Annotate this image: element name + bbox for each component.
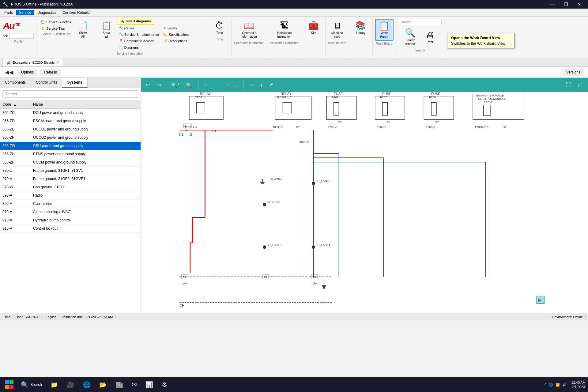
service-maintenance-btn[interactable]: 🔨 Service & maintenance [117,32,161,37]
table-row[interactable]: 915-AControl lockout [0,224,141,233]
descriptions-icon: 📝 [163,39,168,43]
table-row[interactable]: 370-VFrame ground, 31GF2, 31GVE1 [0,175,141,183]
machine-type: Excavators [13,61,31,64]
taskbar-email[interactable]: ✉ [128,379,141,391]
specifications-btn[interactable]: 📐 Specifications [161,32,205,37]
taskbar-prosis[interactable]: ⚙ [158,379,171,391]
kits-btn[interactable]: 🧰 Kits [304,19,323,36]
tray-arrow[interactable]: ^ [545,383,546,386]
show-all2-btn[interactable]: 📋 Showall [97,19,116,40]
show-all-btn[interactable]: 📄 ShowAll [74,19,92,40]
smart-diagrams-btn[interactable]: 🔌 Smart diagrams [117,18,154,24]
library-btn[interactable]: 📚 Library [352,19,370,36]
taskbar-store[interactable]: 🏬 [112,379,127,391]
search-input[interactable] [2,90,138,98]
undo-btn[interactable]: ↩ [143,80,153,89]
maximize-button[interactable]: ❐ [560,0,572,9]
table-row[interactable]: 370-WCab ground, 31GC1 [0,183,141,191]
start-button[interactable] [2,379,16,391]
table-row[interactable]: 850-ACab interior [0,200,141,208]
expand-btn[interactable]: ⤢ [266,80,276,89]
installation-icon: 🏗 [280,21,288,31]
table-row[interactable]: 870-AAir conditioning (HVAC) [0,208,141,216]
taskbar-app1[interactable]: 📊 [142,379,157,391]
tray-wifi: 📶 [556,383,560,387]
table-row[interactable]: 366-ZGCSU power and ground supply [0,142,141,150]
svg-rect-92 [5,385,9,389]
zoom-in-btn[interactable]: 🔍+ [169,80,182,89]
menu-diagnostics[interactable]: Diagnostics [34,10,59,15]
descriptions-btn[interactable]: 📝 Descriptions [161,38,205,44]
time-icon: ⏱ [215,21,224,31]
zoom-out-btn[interactable]: 🔍- [183,80,196,89]
repair-btn[interactable]: 🔧 Repair [117,25,161,31]
table-row[interactable]: 370-UFrame ground, 31GF1, 31GV1 [0,167,141,175]
machine-tab[interactable]: 🚜 Excavators EC230 Electric ✕ [2,59,63,66]
pan-up-btn[interactable]: ↑ [224,81,232,89]
search-window-btn[interactable]: 🔍 Searchwindow [401,26,420,47]
safety-btn[interactable]: ⚠ Safety [161,25,205,31]
taskbar-search[interactable]: 🔍 Search [17,379,46,391]
svg-rect-90 [5,380,9,384]
tab-control-units[interactable]: Control Units [31,78,62,88]
taskbar-folder[interactable]: 📂 [96,379,111,391]
service-bulletins-btn[interactable]: 📋 Service Bulletins [39,19,73,25]
svg-text:A: A [3,21,10,31]
tab-systems[interactable]: Systems [62,78,87,88]
svg-text:SP_HV114: SP_HV114 [315,243,330,247]
table-row[interactable]: 366-ZCDCU power and ground supply [0,109,141,117]
table-row[interactable]: 366-ZDESCM power and ground supply [0,117,141,125]
redo-btn[interactable]: ↪ [154,80,164,89]
pan-left-btn[interactable]: ← [201,81,211,89]
tab-components[interactable]: Components [0,78,31,88]
table-row[interactable]: 366-ZFOCCU2 power and ground supply [0,134,141,142]
minimize-button[interactable]: — [546,0,559,9]
taskbar: 🔍 Search 📁 🎥 🌐 📂 🏬 ✉ 📊 ⚙ ^ 🌐 📶 🔊 12:40 A… [0,377,588,392]
menu-parts[interactable]: Parts [1,10,16,15]
table-row[interactable]: 366-ZEOCCU1 power and ground supply [0,125,141,134]
sn-input[interactable] [9,33,34,39]
options-btn[interactable]: Options [17,69,38,76]
machine-card-btn[interactable]: 🖥 Machinecard [328,19,346,40]
service-bulletins-label: Service Bulletins/Tips [41,32,70,36]
close-button[interactable]: ✕ [573,0,586,9]
work-board-btn[interactable]: 📋 WorkBoard [375,19,394,41]
taskbar-edge[interactable]: 🌐 [79,379,94,391]
pan-right-btn[interactable]: → [213,81,223,89]
pan-down-btn[interactable]: ↓ [233,81,241,89]
svg-rect-9 [275,96,311,119]
diagrams-icon: 📊 [119,45,123,49]
diagram-print-btn[interactable]: 🖨 [575,81,586,89]
systems-table-scroll[interactable]: Code ▲ Name 366-ZCDCU power and ground s… [0,100,141,313]
col-code[interactable]: Code ▲ [0,100,31,109]
print-btn[interactable]: 🖨 Print [421,26,439,47]
back-btn[interactable]: ◀◀ [4,68,15,77]
tray-volume[interactable]: 🔊 [562,383,567,387]
fullscreen-btn[interactable]: ⛶ [564,81,574,89]
col-name[interactable]: Name [31,100,141,109]
taskbar-file-manager[interactable]: 📁 [47,379,62,391]
fit-width-btn[interactable]: ↔ [246,81,256,89]
service-tips-btn[interactable]: 💡 Service Tips [39,25,73,31]
cell-name: Control lockout [31,224,141,233]
fit-height-btn[interactable]: ↕ [258,81,265,89]
time-btn[interactable]: ⏱ Time [210,19,229,36]
component-location-btn[interactable]: 📍 Component location [117,38,161,44]
toolbar-search-input[interactable] [399,19,442,25]
cell-name: Cab interior [31,200,141,208]
installation-btn[interactable]: 🏗 InstallationInstruction [274,19,295,40]
table-row[interactable]: 913-AHydraulic pump control [0,216,141,224]
table-row[interactable]: 366-ZHBTMS power and ground supply [0,150,141,158]
tray-network[interactable]: 🌐 [549,383,553,387]
table-row[interactable]: 393-ARadio [0,191,141,200]
versions-btn[interactable]: Versions [562,69,584,76]
menu-certified-rebuild[interactable]: Certified Rebuild [59,10,93,15]
refresh-btn[interactable]: Refresh [40,69,61,76]
table-row[interactable]: 366-ZICCCM power and ground supply [0,158,141,167]
taskbar-clock[interactable]: 12:40 AM 2/1/2023 [571,380,586,389]
tab-close-btn[interactable]: ✕ [56,60,59,65]
taskbar-camera[interactable]: 🎥 [63,379,78,391]
operators-info-btn[interactable]: 📖 Operator'sInformation [238,19,260,40]
diagrams-btn[interactable]: 📊 Diagrams [117,44,161,50]
menu-service[interactable]: Service [16,10,34,15]
